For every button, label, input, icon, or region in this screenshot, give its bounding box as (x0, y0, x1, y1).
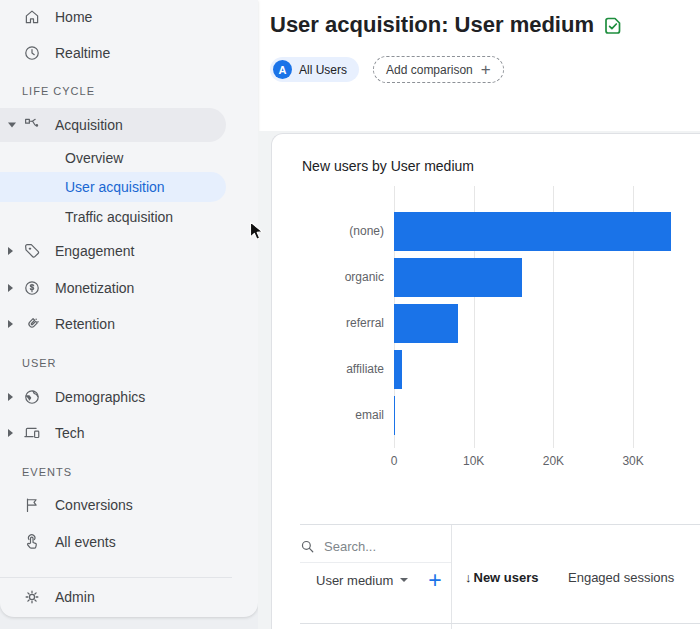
sidebar-item-label: User acquisition (65, 179, 165, 195)
audience-chip-label: All Users (299, 63, 347, 77)
bar-category-label: referral (272, 304, 384, 343)
sidebar-item-label: All events (55, 534, 116, 550)
sidebar-item-overview[interactable]: Overview (0, 141, 258, 175)
column-header-new-users[interactable]: ↓ New users (465, 570, 539, 585)
sidebar-item-user-acquisition[interactable]: User acquisition (0, 172, 226, 202)
sidebar-item-traffic-acquisition[interactable]: Traffic acquisition (0, 200, 258, 234)
table-header-divider (300, 623, 700, 624)
sidebar-item-label: Monetization (55, 280, 134, 296)
table-search (300, 530, 450, 562)
dropdown-caret-icon (400, 578, 408, 582)
acquisition-icon (23, 116, 41, 134)
ga4-app-window: Home Realtime LIFE CYCLE Acquisition Ove… (0, 0, 700, 629)
chevron-right-icon[interactable] (8, 393, 13, 401)
search-input[interactable] (324, 539, 434, 554)
bar-none (394, 212, 671, 251)
chevron-right-icon[interactable] (8, 247, 13, 255)
x-axis-tick-label: 10K (452, 454, 496, 468)
sidebar-item-all-events[interactable]: All events (0, 525, 258, 559)
add-column-button[interactable]: + (422, 567, 448, 593)
x-axis-tick-label: 20K (531, 454, 575, 468)
bar-category-label: organic (272, 258, 384, 297)
sidebar-item-label: Tech (55, 425, 85, 441)
report-card: New users by User medium 010K20K30K(none… (271, 133, 700, 629)
page-title-text: User acquisition: User medium (270, 12, 594, 38)
sidebar-item-label: Admin (55, 589, 95, 605)
chevron-right-icon[interactable] (8, 284, 13, 292)
audience-avatar: A (273, 60, 292, 79)
dollar-circle-icon (23, 279, 41, 297)
sidebar-item-label: Engagement (55, 243, 134, 259)
bar-category-label: affiliate (272, 350, 384, 389)
sidebar-section-life-cycle: LIFE CYCLE (22, 85, 95, 97)
table-top-divider (300, 524, 700, 525)
column-header-label: New users (474, 570, 539, 585)
bar-email (394, 396, 395, 435)
table-column-divider (451, 525, 452, 629)
sidebar-item-home[interactable]: Home (0, 0, 258, 34)
sidebar-section-user: USER (22, 357, 57, 369)
tag-heart-icon (23, 242, 41, 260)
chevron-right-icon[interactable] (8, 320, 13, 328)
sidebar-item-label: Conversions (55, 497, 133, 513)
comparison-chips-row: A All Users Add comparison + (270, 56, 504, 83)
search-underline (300, 562, 451, 563)
sidebar-section-events: EVENTS (22, 466, 72, 478)
sort-desc-arrow-icon: ↓ (465, 570, 472, 585)
sidebar-item-conversions[interactable]: Conversions (0, 488, 258, 522)
gear-icon (23, 588, 41, 606)
bar-referral (394, 304, 458, 343)
sidebar-item-label: Realtime (55, 45, 110, 61)
sidebar-item-label: Traffic acquisition (65, 209, 173, 225)
sidebar-item-label: Acquisition (55, 117, 123, 133)
sidebar-item-label: Overview (65, 150, 123, 166)
add-comparison-button[interactable]: Add comparison + (373, 56, 504, 83)
column-header-engaged-sessions[interactable]: Engaged sessions (568, 570, 674, 585)
all-users-chip[interactable]: A All Users (270, 57, 359, 82)
chevron-right-icon[interactable] (8, 429, 13, 437)
sidebar-item-label: Retention (55, 316, 115, 332)
bar-organic (394, 258, 522, 297)
chevron-down-icon[interactable] (8, 123, 16, 128)
data-quality-check-icon[interactable] (603, 16, 623, 36)
add-comparison-label: Add comparison (386, 63, 473, 77)
chart-plot: 010K20K30K(none)organicreferralaffiliate… (272, 134, 700, 524)
x-axis-tick-label: 0 (372, 454, 416, 468)
sidebar-item-retention[interactable]: Retention (0, 307, 258, 341)
flag-icon (23, 496, 41, 514)
home-icon (23, 8, 41, 26)
sidebar-item-engagement[interactable]: Engagement (0, 234, 258, 268)
touch-icon (23, 533, 41, 551)
sidebar-item-label: Home (55, 9, 92, 25)
globe-icon (23, 388, 41, 406)
dimension-header-label: User medium (316, 573, 393, 588)
sidebar-divider (0, 577, 232, 578)
page-title: User acquisition: User medium (270, 12, 623, 38)
plus-icon: + (481, 61, 491, 78)
devices-icon (23, 424, 41, 442)
sidebar-item-tech[interactable]: Tech (0, 416, 258, 450)
sidebar-item-acquisition[interactable]: Acquisition (0, 108, 226, 142)
sidebar-item-demographics[interactable]: Demographics (0, 380, 258, 414)
sidebar-item-label: Demographics (55, 389, 145, 405)
sidebar-item-monetization[interactable]: Monetization (0, 271, 258, 305)
magnet-icon (23, 315, 41, 333)
sidebar: Home Realtime LIFE CYCLE Acquisition Ove… (0, 0, 258, 617)
search-icon (300, 539, 315, 554)
sidebar-item-admin[interactable]: Admin (0, 580, 258, 614)
sidebar-item-realtime[interactable]: Realtime (0, 36, 258, 70)
bar-category-label: (none) (272, 212, 384, 251)
x-axis-tick-label: 30K (611, 454, 655, 468)
bar-category-label: email (272, 396, 384, 435)
clock-icon (23, 44, 41, 62)
bar-affiliate (394, 350, 402, 389)
dimension-header-dropdown[interactable]: User medium (316, 570, 408, 590)
